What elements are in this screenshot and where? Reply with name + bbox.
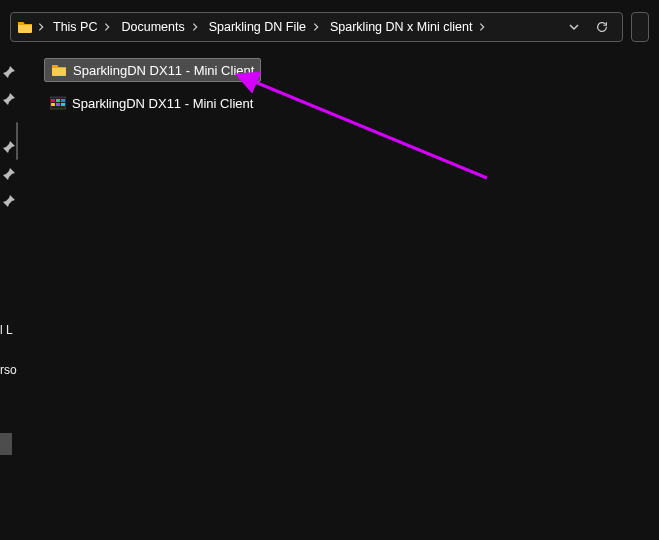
breadcrumb-sparkling-dn-mini-client[interactable]: Sparkling DN x Mini client [324, 13, 490, 41]
svg-rect-1 [51, 99, 55, 102]
svg-rect-6 [61, 103, 65, 106]
breadcrumb-this-pc[interactable]: This PC [47, 13, 115, 41]
chevron-right-icon[interactable] [310, 21, 322, 33]
file-name: SparklingDN DX11 - Mini Client [72, 96, 253, 111]
history-dropdown-button[interactable] [560, 13, 588, 41]
chevron-right-icon[interactable] [476, 21, 488, 33]
pin-icon [2, 92, 16, 106]
svg-rect-3 [61, 99, 65, 102]
chevron-right-icon[interactable] [189, 21, 201, 33]
svg-rect-2 [56, 99, 60, 102]
file-row-exe[interactable]: SparklingDN DX11 - Mini Client [44, 92, 259, 114]
address-bar[interactable]: This PC Documents Sparkling DN File Spar… [10, 12, 623, 42]
refresh-button[interactable] [588, 13, 616, 41]
folder-icon [17, 19, 33, 35]
sidebar-selection-indicator [0, 433, 12, 455]
pin-icon [2, 140, 16, 154]
search-box[interactable] [631, 12, 649, 42]
svg-rect-5 [56, 103, 60, 106]
navigation-sidebar: l L rso [0, 48, 18, 540]
breadcrumb-label: Sparkling DN x Mini client [326, 20, 476, 34]
application-icon [50, 95, 66, 111]
breadcrumb-label: This PC [49, 20, 101, 34]
chevron-right-icon[interactable] [35, 21, 47, 33]
breadcrumb-label: Documents [117, 20, 188, 34]
pin-icon [2, 65, 16, 79]
folder-icon [51, 62, 67, 78]
file-name: SparklingDN DX11 - Mini Client [73, 63, 254, 78]
chevron-right-icon[interactable] [101, 21, 113, 33]
sidebar-item-label[interactable]: rso [0, 363, 17, 377]
pin-icon [2, 194, 16, 208]
file-list[interactable]: SparklingDN DX11 - Mini Client Sparkling… [20, 48, 659, 540]
sidebar-scroll-indicator[interactable] [16, 122, 18, 160]
sidebar-item-label[interactable]: l L [0, 323, 13, 337]
breadcrumb-sparkling-dn-file[interactable]: Sparkling DN File [203, 13, 324, 41]
svg-rect-4 [51, 103, 55, 106]
pin-icon [2, 167, 16, 181]
breadcrumb-documents[interactable]: Documents [115, 13, 202, 41]
file-row-folder[interactable]: SparklingDN DX11 - Mini Client [44, 58, 261, 82]
breadcrumb-label: Sparkling DN File [205, 20, 310, 34]
